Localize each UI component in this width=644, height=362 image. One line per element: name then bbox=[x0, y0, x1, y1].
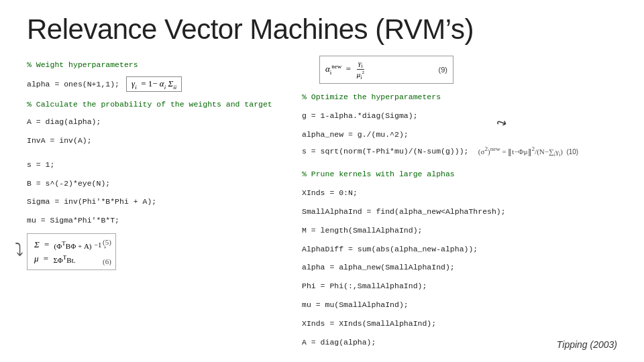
formula-sigma-mu-box: Σ = (ΦTBΦ + A) −1 , (5) μ = ΣΦTBt. (6) bbox=[27, 233, 116, 270]
s-assign: s = 1; bbox=[27, 158, 282, 171]
mu-assign: mu = Sigma*Phi'*B*T; bbox=[27, 213, 282, 227]
alpha-new-small: alpha = alpha_new(SmallAlphaInd); bbox=[302, 260, 617, 274]
eq5-number: (5) bbox=[103, 238, 111, 246]
xinds: XInds = 0:N; bbox=[302, 186, 617, 199]
s-sqrt-line: s = sqrt(norm(T-Phi*mu)/(N-sum(g))); (σ2… bbox=[302, 145, 617, 158]
page: Relevance Vector Machines (RVM’s) αinew … bbox=[0, 0, 644, 362]
equation-9-formula: αinew = γi μi2 bbox=[325, 59, 366, 80]
eq9-number: (9) bbox=[439, 66, 447, 74]
mu-formula: μ = ΣΦTBt. (6) bbox=[34, 253, 106, 264]
sigma-assign: Sigma = inv(Phi'*B*Phi + A); bbox=[27, 194, 282, 208]
curly-brace: ⤵ bbox=[15, 240, 23, 260]
left-column: % Weight hyperparameters alpha = ones(N+… bbox=[27, 58, 282, 353]
page-title: Relevance Vector Machines (RVM’s) bbox=[27, 13, 617, 46]
xinds-small: XInds = XInds(SmallAlphaInd); bbox=[302, 316, 617, 330]
M-length: M = length(SmallAlphaInd); bbox=[302, 223, 617, 237]
alpha-line: alpha = ones(N+1,1); γi = 1− αi Σii bbox=[27, 76, 282, 93]
inva: InvA = inv(A); bbox=[27, 133, 282, 147]
right-column: % Optimize the hyperparameters g = 1-alp… bbox=[302, 58, 617, 353]
mu-small: mu = mu(SmallAlphaInd); bbox=[302, 298, 617, 311]
eq10-inline: (σ2)new = ‖t−Φμ‖2/(N−∑iγi) (10) bbox=[472, 145, 578, 158]
content-area: % Weight hyperparameters alpha = ones(N+… bbox=[27, 58, 617, 353]
g-assign: g = 1-alpha.*diag(Sigma); bbox=[302, 109, 617, 122]
calculate-comment: % Calculate the probability of the weigh… bbox=[27, 97, 282, 111]
gamma-formula-box: γi = 1− αi Σii bbox=[126, 76, 182, 93]
sigma-formula: Σ = (ΦTBΦ + A) −1 , (5) bbox=[34, 239, 106, 250]
small-alpha-ind: SmallAlphaInd = find(alpha_new<AlphaThre… bbox=[302, 204, 617, 218]
weight-comment: % Weight hyperparameters bbox=[27, 58, 282, 71]
diag-alpha: A = diag(alpha); bbox=[27, 115, 282, 128]
tipping-citation: Tipping (2003) bbox=[557, 339, 617, 350]
bottom-formulas: ⤵ Σ = (ΦTBΦ + A) −1 , (5) μ = bbox=[27, 233, 282, 270]
alpha-diff: AlphaDiff = sum(abs(alpha_new-alpha)); bbox=[302, 242, 617, 255]
alpha-new-assign: alpha_new = g./(mu.^2); bbox=[302, 127, 617, 141]
equation-9-box: αinew = γi μi2 (9) bbox=[319, 56, 453, 84]
optimize-comment: % Optimize the hyperparameters bbox=[302, 90, 617, 103]
phi-small: Phi = Phi(:,SmallAlphaInd); bbox=[302, 279, 617, 292]
B-assign: B = s^(-2)*eye(N); bbox=[27, 176, 282, 190]
prune-comment: % Prune kernels with large alphas bbox=[302, 167, 617, 180]
eq6-number: (6) bbox=[103, 257, 111, 265]
